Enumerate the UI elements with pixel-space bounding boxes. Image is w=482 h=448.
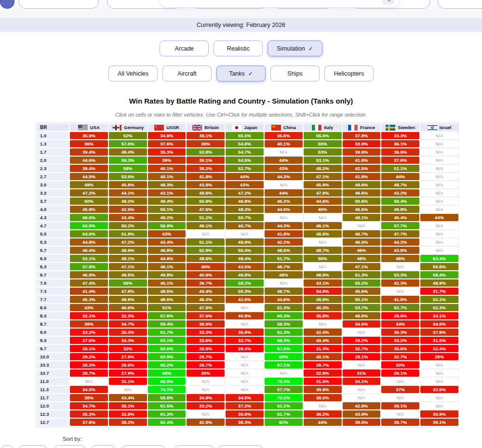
win-rate-cell[interactable]: 36.1%	[381, 140, 419, 147]
win-rate-cell[interactable]: 42.6%	[226, 296, 264, 303]
win-rate-cell[interactable]: 28.3%	[70, 361, 108, 369]
win-rate-cell[interactable]: 32.8%	[109, 410, 147, 418]
win-rate-cell[interactable]: 48.7%	[265, 288, 303, 295]
win-rate-cell[interactable]: 34.7%	[109, 320, 147, 328]
win-rate-cell[interactable]: 46.3%	[187, 296, 225, 303]
win-rate-cell[interactable]: 43.2%	[381, 189, 419, 197]
win-rate-cell[interactable]: 34.1%	[343, 378, 381, 385]
win-rate-cell[interactable]: 55.6%	[304, 132, 342, 139]
win-rate-cell[interactable]: 32.9%	[420, 386, 458, 393]
win-rate-cell[interactable]: 35.9%	[420, 410, 458, 418]
win-rate-cell[interactable]: 43.8%	[381, 247, 419, 254]
win-rate-cell[interactable]: 49%	[70, 181, 108, 188]
br-cell[interactable]: 2.7	[37, 173, 69, 180]
win-rate-cell[interactable]: 57.7%	[265, 386, 303, 393]
win-rate-cell[interactable]: 66.3%	[265, 337, 303, 344]
win-rate-cell[interactable]: 60.3%	[265, 312, 303, 319]
br-cell[interactable]: 5.3	[37, 238, 69, 246]
win-rate-cell[interactable]: 35.6%	[226, 410, 264, 418]
win-rate-cell[interactable]: 69%	[265, 353, 303, 360]
win-rate-cell[interactable]: 34.8%	[187, 394, 225, 401]
win-rate-cell[interactable]: 30%	[381, 361, 419, 369]
win-rate-cell[interactable]: 31.5%	[420, 337, 458, 344]
win-rate-cell[interactable]: 41.8%	[265, 230, 303, 237]
win-rate-cell[interactable]: 39.1%	[381, 402, 419, 409]
win-rate-cell[interactable]: 36.2%	[304, 410, 342, 418]
win-rate-cell[interactable]: 28.8%	[187, 345, 225, 352]
win-rate-cell[interactable]: 33.3%	[381, 132, 419, 139]
win-rate-cell[interactable]: 48.3%	[148, 181, 186, 188]
win-rate-cell[interactable]: 44.8%	[148, 255, 186, 262]
win-rate-cell[interactable]: 37.6%	[187, 312, 225, 319]
win-rate-cell[interactable]: 37.2%	[226, 402, 264, 409]
win-rate-cell[interactable]: 45%	[304, 206, 342, 213]
win-rate-cell[interactable]: 42.5%	[109, 206, 147, 213]
win-rate-cell[interactable]: 68.9%	[148, 378, 186, 385]
win-rate-cell[interactable]: 32.1%	[70, 312, 108, 319]
win-rate-cell[interactable]: 50.3%	[226, 288, 264, 295]
br-cell[interactable]: 6.3	[37, 263, 69, 270]
win-rate-cell[interactable]: 44%	[265, 157, 303, 164]
br-cell[interactable]: 9.3	[37, 337, 69, 344]
br-cell[interactable]: 11.7	[37, 394, 69, 401]
win-rate-cell[interactable]: 50.6%	[343, 198, 381, 205]
win-rate-cell[interactable]: 38.3%	[226, 419, 264, 426]
win-rate-cell[interactable]: 34.5%	[343, 320, 381, 328]
sort-option-pill[interactable]	[174, 445, 215, 448]
win-rate-cell[interactable]: 43.9%	[343, 410, 381, 418]
win-rate-cell[interactable]: 74.1%	[148, 386, 186, 393]
win-rate-cell[interactable]: 47.1%	[343, 263, 381, 270]
win-rate-cell[interactable]: 42.8%	[343, 402, 381, 409]
win-rate-cell[interactable]: 57.6%	[109, 140, 147, 147]
win-rate-cell[interactable]: 37.9%	[420, 329, 458, 336]
win-rate-cell[interactable]: 46.7%	[265, 263, 303, 270]
win-rate-cell[interactable]: 33.2%	[70, 329, 108, 336]
win-rate-cell[interactable]: 41.8%	[343, 157, 381, 164]
win-rate-cell[interactable]: 43.1%	[304, 279, 342, 287]
win-rate-cell[interactable]: 56.4%	[381, 198, 419, 205]
search-box[interactable]: ⇅	[159, 0, 400, 8]
win-rate-cell[interactable]: 33.9%	[343, 140, 381, 147]
win-rate-cell[interactable]: 37.9%	[343, 132, 381, 139]
br-cell[interactable]: 7.3	[37, 288, 69, 295]
filter-settings-button[interactable]: ⇅	[382, 0, 395, 5]
win-rate-cell[interactable]: 35.6%	[381, 345, 419, 352]
top-filter-pill[interactable]	[438, 0, 482, 9]
win-rate-cell[interactable]: 46.6%	[343, 312, 381, 319]
win-rate-cell[interactable]: 42.5%	[343, 165, 381, 172]
br-cell[interactable]: 11.3	[37, 386, 69, 393]
win-rate-cell[interactable]: 53.1%	[304, 157, 342, 164]
win-rate-cell[interactable]: 35.3%	[148, 148, 186, 156]
win-rate-cell[interactable]: 35.9%	[70, 132, 108, 139]
tab-vehicle-ships[interactable]: Ships	[270, 66, 320, 81]
win-rate-cell[interactable]: 28.7%	[304, 361, 342, 369]
br-cell[interactable]: 4.0	[37, 206, 69, 213]
win-rate-cell[interactable]: 49.1%	[187, 222, 225, 229]
win-rate-cell[interactable]: 44.2%	[381, 238, 419, 246]
br-cell[interactable]: 1.3	[37, 140, 69, 147]
win-rate-cell[interactable]: 44%	[265, 189, 303, 197]
br-cell[interactable]: 9.0	[37, 329, 69, 336]
win-rate-cell[interactable]: 44.4%	[187, 288, 225, 295]
win-rate-cell[interactable]: 43%	[226, 181, 264, 188]
br-cell[interactable]: 1.0	[37, 132, 69, 139]
win-rate-cell[interactable]: 38%	[70, 394, 108, 401]
win-rate-cell[interactable]: 35.6%	[265, 132, 303, 139]
win-rate-cell[interactable]: 49.8%	[148, 271, 186, 278]
win-rate-cell[interactable]: 50.6%	[420, 263, 458, 270]
win-rate-cell[interactable]: 64.6%	[148, 345, 186, 352]
win-rate-cell[interactable]: 46.8%	[70, 271, 108, 278]
win-rate-cell[interactable]: 30%	[187, 369, 225, 377]
win-rate-cell[interactable]: 46.5%	[343, 238, 381, 246]
win-rate-cell[interactable]: 70.2%	[265, 394, 303, 401]
win-rate-cell[interactable]: 40.1%	[304, 353, 342, 360]
win-rate-cell[interactable]: 48%	[265, 271, 303, 278]
win-rate-cell[interactable]: 47.6%	[187, 206, 225, 213]
win-rate-cell[interactable]: 29.1%	[381, 369, 419, 377]
br-cell[interactable]: 7.0	[37, 279, 69, 287]
win-rate-cell[interactable]: 46.6%	[343, 189, 381, 197]
win-rate-cell[interactable]: 43.1%	[148, 189, 186, 197]
win-rate-cell[interactable]: 53.1%	[70, 255, 108, 262]
win-rate-cell[interactable]: 49.5%	[109, 271, 147, 278]
sort-option-pill[interactable]	[90, 445, 117, 448]
